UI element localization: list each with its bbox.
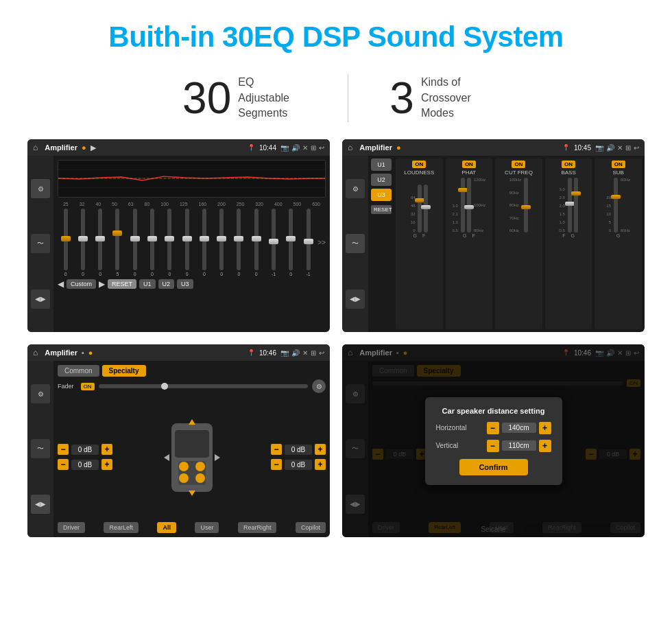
db-minus-4[interactable]: − bbox=[271, 459, 282, 470]
bass-slider-f[interactable] bbox=[568, 178, 572, 233]
volume-icon-2[interactable]: 🔊 bbox=[606, 144, 614, 152]
confirm-button[interactable]: Confirm bbox=[459, 459, 528, 475]
bass-label: BASS bbox=[561, 169, 575, 176]
close-icon-2[interactable]: ✕ bbox=[617, 144, 623, 152]
db-minus-2[interactable]: − bbox=[58, 459, 69, 470]
horizontal-plus[interactable]: + bbox=[539, 422, 551, 434]
vertical-plus[interactable]: + bbox=[539, 440, 551, 452]
fader-slider[interactable] bbox=[99, 384, 308, 388]
volume-icon[interactable]: 🔊 bbox=[291, 144, 300, 152]
eq-slider-4[interactable]: 5 bbox=[110, 209, 125, 276]
next-icon[interactable]: ▶ bbox=[99, 279, 105, 289]
close-icon[interactable]: ✕ bbox=[302, 144, 308, 152]
bass-on[interactable]: ON bbox=[562, 161, 575, 168]
channel-buttons: Driver RearLeft All User RearRight Copil… bbox=[58, 522, 326, 533]
eq-slider-5[interactable]: 0 bbox=[127, 209, 143, 276]
reset-crossover[interactable]: RESET bbox=[371, 205, 392, 214]
eq-slider-14[interactable]: 0 bbox=[283, 209, 299, 276]
home-icon-2[interactable]: ⌂ bbox=[348, 143, 352, 152]
sidebar-vol-btn-2[interactable]: ◀▶ bbox=[346, 290, 365, 309]
back-icon[interactable]: ↩ bbox=[319, 144, 324, 152]
sub-on[interactable]: ON bbox=[612, 161, 625, 168]
sidebar-s1[interactable]: ⚙ bbox=[31, 384, 50, 403]
eq-slider-10[interactable]: 0 bbox=[214, 209, 230, 276]
copilot-btn[interactable]: Copilot bbox=[296, 522, 326, 533]
vertical-minus[interactable]: − bbox=[487, 440, 499, 452]
screen-eq-header: ⌂ Amplifier ● ▶ 📍 10:44 📷 🔊 ✕ ⊞ ↩ bbox=[27, 139, 330, 156]
stat-eq-desc: EQ AdjustableSegments bbox=[238, 75, 307, 121]
sidebar-s3[interactable]: ◀▶ bbox=[31, 495, 50, 514]
phat-on[interactable]: ON bbox=[462, 161, 476, 168]
horizontal-value: 140cm bbox=[502, 423, 536, 433]
custom-label: Custom bbox=[67, 279, 96, 289]
reset-btn[interactable]: RESET bbox=[108, 279, 136, 289]
u1-select[interactable]: U1 bbox=[371, 158, 392, 171]
close-icon-3[interactable]: ✕ bbox=[302, 349, 308, 357]
all-btn[interactable]: All bbox=[157, 522, 176, 533]
camera-icon-2[interactable]: 📷 bbox=[595, 144, 603, 152]
expand-icon-3[interactable]: ⊞ bbox=[311, 349, 316, 357]
fader-toggle[interactable]: ON bbox=[81, 383, 95, 390]
sidebar-wave-btn[interactable]: 〜 bbox=[31, 234, 50, 253]
camera-icon-3[interactable]: 📷 bbox=[280, 349, 289, 357]
driver-btn[interactable]: Driver bbox=[58, 522, 85, 533]
volume-icon-3[interactable]: 🔊 bbox=[291, 349, 300, 357]
db-plus-4[interactable]: + bbox=[315, 459, 326, 470]
sidebar-wave-btn-2[interactable]: 〜 bbox=[346, 234, 365, 253]
eq-slider-6[interactable]: 0 bbox=[144, 209, 160, 276]
eq-slider-1[interactable]: 0 bbox=[58, 209, 73, 276]
db-plus-2[interactable]: + bbox=[101, 459, 112, 470]
horizontal-control: − 140cm + bbox=[487, 422, 551, 434]
rearright-btn[interactable]: RearRight bbox=[238, 522, 277, 533]
db-plus-3[interactable]: + bbox=[315, 444, 326, 455]
rearleft-btn[interactable]: RearLeft bbox=[104, 522, 139, 533]
eq-slider-7[interactable]: 0 bbox=[162, 209, 178, 276]
eq-slider-8[interactable]: 0 bbox=[179, 209, 195, 276]
tab-common[interactable]: Common bbox=[58, 365, 99, 377]
play-icon[interactable]: ▶ bbox=[91, 143, 96, 152]
db-value-3: 0 dB bbox=[285, 445, 312, 455]
eq-slider-13[interactable]: -1 bbox=[265, 209, 281, 276]
eq-slider-12[interactable]: 0 bbox=[248, 209, 264, 276]
cutfreq-slider[interactable] bbox=[524, 178, 528, 233]
eq-slider-11[interactable]: 0 bbox=[231, 209, 247, 276]
db-row-4: − 0 dB + bbox=[271, 459, 326, 470]
cutfreq-on[interactable]: ON bbox=[512, 161, 525, 168]
home-icon[interactable]: ⌂ bbox=[33, 143, 38, 152]
sidebar-eq-btn-2[interactable]: ⚙ bbox=[346, 179, 365, 198]
db-minus-3[interactable]: − bbox=[271, 444, 282, 455]
bass-slider-g[interactable] bbox=[574, 178, 578, 233]
phat-slider-f[interactable] bbox=[467, 178, 471, 233]
eq-slider-3[interactable]: 0 bbox=[93, 209, 108, 276]
back-icon-2[interactable]: ↩ bbox=[634, 144, 639, 152]
loudness-slider-f[interactable] bbox=[424, 185, 428, 233]
camera-icon[interactable]: 📷 bbox=[280, 144, 289, 152]
sidebar-eq-btn[interactable]: ⚙ bbox=[31, 179, 50, 198]
prev-icon[interactable]: ◀ bbox=[58, 279, 64, 289]
eq-slider-15[interactable]: -1 bbox=[300, 209, 316, 276]
eq-slider-2[interactable]: 0 bbox=[75, 209, 91, 276]
more-icon[interactable]: >> bbox=[317, 239, 326, 246]
expand-icon-2[interactable]: ⊞ bbox=[625, 144, 631, 152]
loudness-on[interactable]: ON bbox=[412, 161, 426, 168]
eq-slider-9[interactable]: 0 bbox=[196, 209, 212, 276]
u3-select[interactable]: U3 bbox=[371, 189, 392, 201]
back-icon-3[interactable]: ↩ bbox=[319, 349, 324, 357]
u2-select[interactable]: U2 bbox=[371, 174, 392, 186]
sub-slider-g[interactable] bbox=[614, 178, 618, 233]
u1-btn[interactable]: U1 bbox=[139, 279, 156, 289]
horizontal-minus[interactable]: − bbox=[487, 422, 499, 434]
sidebar-s2[interactable]: 〜 bbox=[31, 439, 50, 458]
user-btn[interactable]: User bbox=[195, 522, 219, 533]
db-row-2: − 0 dB + bbox=[58, 459, 112, 470]
u2-btn[interactable]: U2 bbox=[158, 279, 175, 289]
u3-btn[interactable]: U3 bbox=[177, 279, 193, 289]
settings-icon[interactable]: ⚙ bbox=[312, 379, 326, 393]
db-plus-1[interactable]: + bbox=[101, 444, 112, 455]
home-icon-3[interactable]: ⌂ bbox=[33, 348, 38, 357]
tab-specialty[interactable]: Specialty bbox=[102, 365, 146, 377]
expand-icon[interactable]: ⊞ bbox=[311, 144, 316, 152]
dialog-vertical-row: Vertical − 110cm + bbox=[436, 440, 551, 452]
db-minus-1[interactable]: − bbox=[58, 444, 69, 455]
sidebar-vol-btn[interactable]: ◀▶ bbox=[31, 290, 50, 309]
